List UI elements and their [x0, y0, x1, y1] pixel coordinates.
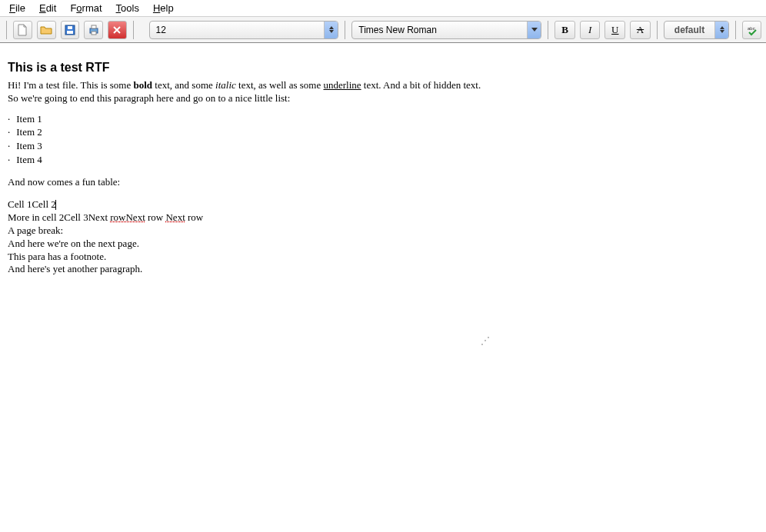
list-item: · Item 2 — [8, 126, 492, 139]
text-run: Hi! I'm a test file. This is some — [8, 79, 134, 91]
paragraph: And now comes a fun table: — [8, 176, 492, 189]
list-item: · Item 3 — [8, 140, 492, 153]
svg-rect-1 — [68, 26, 72, 29]
list-label: Item 2 — [16, 126, 42, 138]
paragraph-intro: Hi! I'm a test file. This is some bold t… — [8, 79, 492, 105]
font-size-value: 12 — [150, 25, 325, 35]
text-run: row — [185, 211, 203, 223]
menu-tools[interactable]: Tools — [116, 2, 139, 14]
font-name-value: Times New Roman — [352, 25, 527, 35]
spell-error: Next — [165, 211, 185, 223]
menu-help[interactable]: Help — [153, 2, 174, 14]
toolbar-divider — [735, 21, 736, 39]
svg-rect-5 — [92, 32, 96, 35]
print-icon — [88, 24, 100, 36]
text-run: Cell 1 — [8, 198, 32, 210]
list-label: Item 3 — [16, 140, 42, 151]
doc-heading: This is a test RTF — [8, 60, 492, 76]
strike-button[interactable]: A — [630, 21, 651, 39]
text-run: More in cell 2 — [8, 211, 64, 223]
print-button[interactable] — [84, 21, 103, 39]
style-value: default — [664, 25, 715, 35]
paragraph: And here we're on the next page. — [8, 238, 492, 251]
text-run: Next — [88, 211, 108, 223]
dropdown-arrow-icon[interactable] — [527, 22, 541, 38]
resize-handle-icon[interactable]: ⋰ — [481, 335, 490, 346]
paragraph-style-select[interactable]: default — [664, 21, 730, 39]
new-file-button[interactable] — [13, 21, 32, 39]
list-item: · Item 4 — [8, 154, 492, 167]
open-file-button[interactable] — [37, 21, 56, 39]
toolbar-divider — [345, 21, 345, 39]
document-area[interactable]: This is a test RTF Hi! I'm a test file. … — [0, 43, 766, 284]
font-size-select[interactable]: 12 — [149, 21, 339, 39]
italic-button[interactable]: I — [580, 21, 601, 39]
spell-error: Next — [125, 211, 145, 223]
menu-edit[interactable]: Edit — [39, 2, 56, 14]
close-button[interactable] — [108, 21, 127, 39]
new-file-icon — [16, 24, 28, 36]
toolbar-divider — [548, 21, 548, 39]
svg-rect-2 — [67, 31, 73, 34]
open-folder-icon — [40, 24, 52, 36]
paragraph: A page break: — [8, 224, 492, 238]
italic-run: italic — [215, 79, 236, 91]
text-run: Cell 3 — [64, 211, 88, 223]
font-name-select[interactable]: Times New Roman — [351, 21, 541, 39]
menu-file[interactable]: File — [9, 2, 25, 14]
list-label: Item 4 — [16, 154, 42, 165]
paragraph: And here's yet another paragraph. — [8, 263, 492, 276]
list-item: · Item 1 — [8, 113, 492, 126]
table-line-1: Cell 1Cell 2 — [8, 198, 492, 211]
toolbar-divider — [6, 21, 7, 39]
svg-rect-4 — [92, 25, 96, 28]
bold-button[interactable]: B — [555, 21, 575, 39]
underline-run: underline — [324, 79, 361, 91]
spellcheck-icon: abc — [746, 24, 758, 36]
save-button[interactable] — [61, 21, 80, 39]
bold-run: bold — [134, 79, 153, 91]
stepper-arrows-icon[interactable] — [324, 22, 338, 38]
spell-error: row — [110, 211, 125, 223]
underline-button[interactable]: U — [604, 21, 625, 39]
text-run: row — [145, 211, 166, 223]
text-run: text, and some — [152, 79, 215, 91]
table-line-2: More in cell 2Cell 3Next rowNext row Nex… — [8, 211, 492, 224]
svg-text:abc: abc — [748, 26, 755, 31]
toolbar-divider — [657, 21, 658, 39]
paragraph: This para has a footnote. — [8, 251, 492, 264]
stepper-arrows-icon[interactable] — [714, 22, 728, 38]
toolbar: 12 Times New Roman B I U A default abc — [0, 17, 766, 43]
menu-format[interactable]: Format — [70, 2, 102, 14]
bullet-list: · Item 1 · Item 2 · Item 3 · Item 4 — [8, 113, 492, 168]
save-icon — [64, 24, 76, 36]
list-label: Item 1 — [16, 113, 42, 125]
document-content[interactable]: This is a test RTF Hi! I'm a test file. … — [8, 60, 492, 276]
menu-bar: File Edit Format Tools Help — [0, 0, 766, 17]
text-run: text, as well as some — [236, 79, 324, 91]
close-icon — [111, 24, 123, 36]
text-run: Cell 2 — [32, 198, 55, 210]
text-cursor — [55, 200, 56, 210]
toolbar-divider — [133, 21, 134, 39]
spellcheck-button[interactable]: abc — [742, 21, 761, 39]
